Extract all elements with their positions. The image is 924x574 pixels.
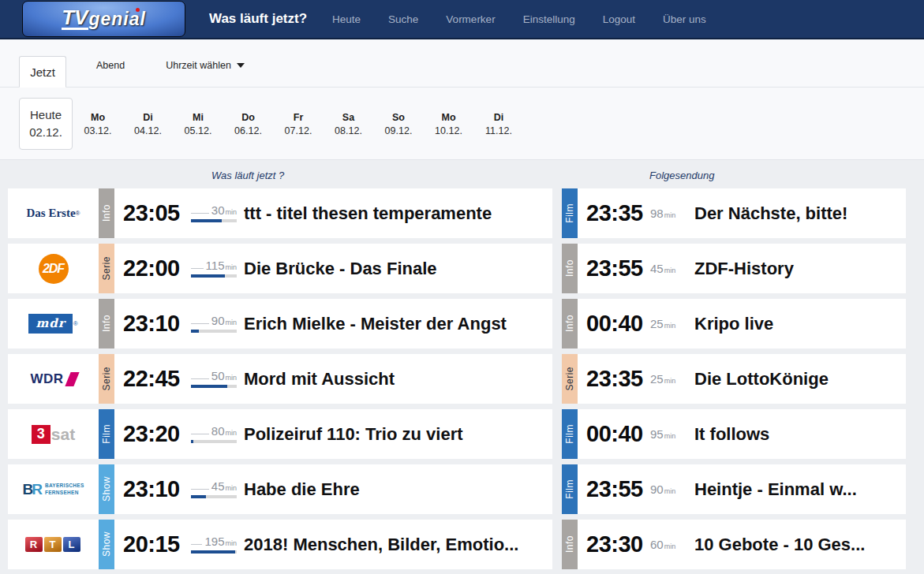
date-item[interactable]: Do06.12.	[223, 110, 273, 136]
program-title: Heintje - Einmal w...	[694, 479, 906, 500]
genre-badge: Show	[99, 520, 114, 569]
genre-badge-label: Info	[101, 315, 112, 332]
duration-progress: 50min	[191, 370, 237, 388]
next-program-card[interactable]: Film 23:35 98min Der Nächste, bitte!	[562, 188, 906, 238]
duration-progress: 90min	[191, 315, 237, 333]
now-program-card[interactable]: 2DF Serie 22:00 115min Die Brücke - Das …	[8, 244, 552, 293]
duration-unit: min	[225, 319, 237, 326]
column-headers: Was läuft jetzt ? Folgesendung	[0, 160, 924, 188]
program-title: Die LottoKönige	[694, 369, 906, 390]
channel-logo-das-erste: Das Erste®	[8, 188, 99, 238]
progress-bar	[191, 274, 237, 278]
nav-item-einstellung[interactable]: Einstellung	[523, 13, 575, 25]
program-title: Der Nächste, bitte!	[694, 203, 906, 224]
program-row: 3sat Film 23:20 80min Polizeiruf 110: Tr…	[8, 409, 924, 459]
program-row: Das Erste® Info 23:05 30min ttt - titel …	[8, 188, 924, 238]
now-program-card[interactable]: WDR Serie 22:45 50min Mord mit Aussicht	[8, 354, 552, 404]
duration-value: 90	[211, 315, 225, 326]
genre-badge: Film	[562, 464, 578, 514]
channel-logo-br: BRBAYERISCHESFERNSEHEN	[8, 464, 99, 514]
program-row: 2DF Serie 22:00 115min Die Brücke - Das …	[8, 244, 924, 293]
date-item[interactable]: Fr07.12.	[274, 110, 324, 136]
duration-progress: 30min	[191, 204, 237, 222]
genre-badge: Info	[562, 244, 578, 293]
tab-abend[interactable]: Abend	[96, 60, 125, 71]
now-program-card[interactable]: RTL Show 20:15 195min 2018! Menschen, Bi…	[8, 520, 552, 569]
start-time: 00:40	[578, 311, 650, 337]
genre-badge: Film	[562, 188, 578, 238]
duration-unit: min	[225, 209, 237, 216]
duration-value: 80	[211, 425, 225, 437]
genre-badge-label: Serie	[101, 367, 112, 391]
start-time: 23:20	[114, 421, 191, 447]
genre-badge-label: Info	[564, 259, 575, 277]
channel-logo-mdr: mdr®	[8, 299, 99, 348]
date-item-heute[interactable]: Heute 02.12.	[19, 98, 73, 150]
nav-item-logout[interactable]: Logout	[603, 13, 635, 25]
genre-badge-label: Serie	[101, 256, 112, 281]
duration-unit: min	[225, 540, 237, 547]
genre-badge: Serie	[562, 354, 578, 404]
genre-badge-label: Show	[101, 476, 112, 501]
date-item[interactable]: Mo03.12.	[73, 110, 123, 136]
main-nav: Heute Suche Vormerker Einstellung Logout…	[332, 13, 706, 25]
progress-bar	[191, 550, 237, 554]
now-program-card[interactable]: Das Erste® Info 23:05 30min ttt - titel …	[8, 188, 552, 238]
nav-item-ueber-uns[interactable]: Über uns	[663, 13, 706, 25]
program-row: mdr® Info 23:10 90min Erich Mielke - Mei…	[8, 299, 924, 348]
duration: 98min	[650, 207, 688, 219]
app-logo[interactable]: TVgenial	[22, 1, 185, 37]
genre-badge-label: Film	[564, 424, 575, 444]
date-item[interactable]: Mo10.12.	[424, 110, 473, 136]
time-picker-label: Uhrzeit wählen	[166, 60, 231, 71]
genre-badge-label: Film	[564, 203, 575, 223]
start-time: 23:30	[578, 531, 650, 557]
start-time: 23:10	[114, 476, 191, 502]
channel-logo-rtl: RTL	[8, 520, 99, 569]
program-title: ttt - titel thesen temperamente	[244, 203, 552, 224]
tab-jetzt[interactable]: Jetzt	[19, 56, 66, 88]
genre-badge: Info	[99, 299, 114, 348]
next-program-card[interactable]: Serie 23:35 25min Die LottoKönige	[562, 354, 906, 404]
nav-item-suche[interactable]: Suche	[388, 13, 418, 25]
progress-fill	[191, 385, 227, 388]
genre-badge: Info	[99, 188, 114, 238]
nav-item-vormerker[interactable]: Vormerker	[446, 13, 495, 25]
next-program-card[interactable]: Info 00:40 25min Kripo live	[562, 299, 906, 348]
start-time: 23:55	[578, 255, 650, 281]
duration-unit: min	[225, 485, 237, 492]
date-item[interactable]: Mi05.12.	[174, 110, 223, 136]
program-title: Polizeiruf 110: Trio zu viert	[244, 424, 552, 445]
date-item[interactable]: So09.12.	[374, 110, 424, 136]
start-time: 23:05	[114, 200, 191, 226]
duration: 95min	[650, 428, 688, 440]
start-time: 23:35	[578, 366, 650, 392]
genre-badge-label: Film	[564, 479, 575, 499]
next-program-card[interactable]: Film 00:40 95min It follows	[562, 409, 906, 459]
next-program-card[interactable]: Info 23:30 60min 10 Gebote - 10 Ges...	[562, 520, 906, 569]
program-title: Die Brücke - Das Finale	[244, 259, 552, 279]
page-title: Was läuft jetzt?	[209, 11, 307, 27]
time-picker-dropdown[interactable]: Uhrzeit wählen	[166, 60, 245, 71]
start-time: 23:35	[578, 200, 650, 226]
date-item[interactable]: Di04.12.	[123, 110, 173, 136]
next-program-card[interactable]: Info 23:55 45min ZDF-History	[562, 244, 906, 293]
genre-badge: Film	[562, 409, 578, 459]
duration-progress: 115min	[191, 259, 237, 278]
date-item[interactable]: Sa08.12.	[324, 110, 373, 136]
date-item[interactable]: Di11.12.	[474, 110, 524, 136]
start-time: 00:40	[578, 421, 650, 447]
genre-badge-label: Film	[101, 424, 112, 444]
genre-badge-label: Info	[101, 204, 112, 222]
channel-logo-3sat: 3sat	[8, 409, 99, 459]
date-selector-bar: Heute 02.12. Mo03.12. Di04.12. Mi05.12. …	[0, 88, 924, 160]
channel-logo-wdr: WDR	[8, 354, 99, 404]
duration-progress: 45min	[191, 480, 237, 498]
now-program-card[interactable]: 3sat Film 23:20 80min Polizeiruf 110: Tr…	[8, 409, 552, 459]
now-program-card[interactable]: mdr® Info 23:10 90min Erich Mielke - Mei…	[8, 299, 552, 348]
program-title: Kripo live	[694, 314, 906, 334]
nav-item-heute[interactable]: Heute	[332, 13, 361, 25]
now-program-card[interactable]: BRBAYERISCHESFERNSEHEN Show 23:10 45min …	[8, 464, 552, 514]
date-value: 02.12.	[29, 124, 62, 141]
next-program-card[interactable]: Film 23:55 90min Heintje - Einmal w...	[562, 464, 906, 514]
